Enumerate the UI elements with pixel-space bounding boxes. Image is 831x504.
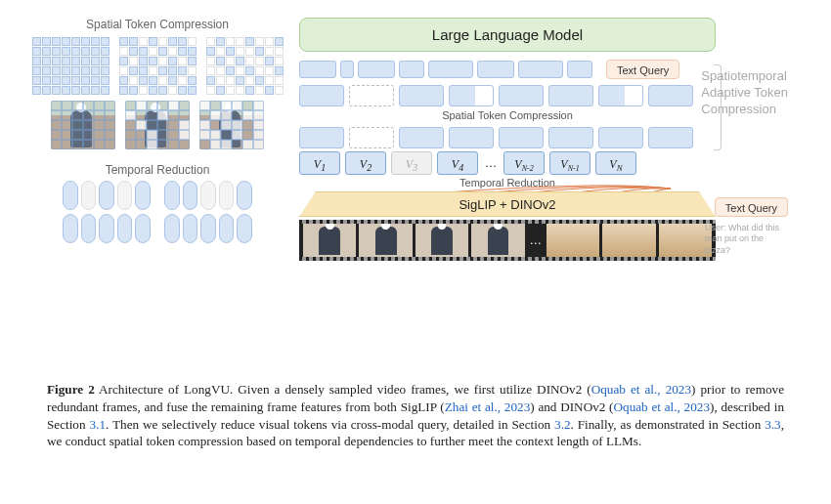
annot-line: Compression [701, 102, 776, 116]
v-token: V4 [437, 151, 478, 175]
temporal-pill-row-full [63, 214, 252, 243]
figure-label: Figure 2 [47, 382, 95, 397]
user-query-example: User: What did this man put on the pizza… [705, 223, 788, 256]
figure-caption: Figure 2 Architecture of LongVU. Given a… [47, 381, 784, 450]
citation-link[interactable]: Oquab et al., 2023 [614, 399, 710, 414]
video-frame-thumb [199, 101, 264, 149]
citation-link[interactable]: Oquab et al., 2023 [591, 382, 691, 397]
annot-line: Adaptive Token [701, 85, 788, 100]
spatial-compression-label: Spatial Token Compression [299, 109, 716, 121]
video-frame-thumb [51, 101, 115, 149]
v-token-removed: V3 [391, 151, 432, 175]
side-annotation: Spatiotemporal Adaptive Token Compressio… [701, 68, 788, 118]
text-query-chip-lower: Text Query [715, 197, 788, 217]
v-token: V2 [345, 151, 386, 175]
citation-link[interactable]: Zhai et al., 2023 [445, 399, 530, 414]
film-frame [416, 224, 468, 257]
caption-text: Architecture of LongVU. Given a densely … [95, 382, 591, 397]
token-grid-full [32, 37, 109, 95]
token-grid-sparse-2 [206, 37, 284, 95]
v-token: VN-1 [549, 151, 590, 175]
caption-text: . Then we selectively reduce visual toke… [106, 417, 554, 432]
film-frame [659, 224, 712, 257]
v-token: VN-2 [503, 151, 545, 175]
token-grid-row-top [47, 37, 268, 95]
ellipsis: … [483, 151, 499, 175]
encoder-block: SigLIP + DINOv2 [299, 191, 716, 217]
film-frame [303, 224, 356, 257]
caption-text: ) and DINOv2 ( [530, 399, 613, 414]
text-query-chip: Text Query [606, 60, 679, 79]
frame-thumb-row [47, 101, 268, 149]
section-link[interactable]: 3.1 [90, 417, 106, 432]
token-grid-sparse-1 [119, 37, 197, 95]
film-frame [359, 224, 412, 257]
film-frame [602, 224, 655, 257]
film-frame [547, 224, 599, 257]
caption-text: . Finally, as demonstrated in Section [571, 417, 765, 432]
temporal-reduction-title: Temporal Reduction [47, 163, 268, 177]
v-token: VN [595, 151, 636, 175]
llm-block: Large Language Model [299, 18, 716, 52]
annot-line: Spatiotemporal [701, 68, 786, 83]
token-row-lower [299, 127, 784, 148]
film-frame [471, 224, 524, 257]
left-illustration-panel: Spatial Token Compression [47, 18, 268, 369]
temporal-pill-row [63, 181, 252, 210]
right-architecture-panel: Large Language Model Text Query Spatial … [284, 18, 784, 369]
spatial-compression-title: Spatial Token Compression [47, 18, 268, 31]
temporal-reduction-label: Temporal Reduction [299, 177, 716, 189]
figure-diagram: Spatial Token Compression [47, 18, 784, 369]
ellipsis: … [528, 224, 544, 257]
video-filmstrip: … [299, 220, 716, 261]
v-token: V1 [299, 151, 340, 175]
section-link[interactable]: 3.3 [765, 417, 780, 432]
frame-token-row: V1 V2 V3 V4 … VN-2 VN-1 VN [299, 151, 784, 175]
section-link[interactable]: 3.2 [554, 417, 570, 432]
video-frame-thumb [125, 101, 190, 149]
